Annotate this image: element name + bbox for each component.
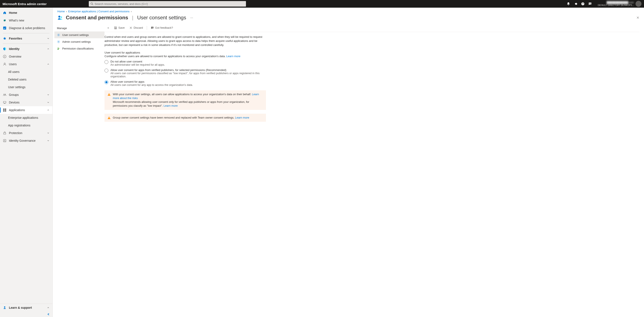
- feedback-icon[interactable]: [588, 2, 592, 6]
- top-icon-bar: ████████████.com DEFAULT DIRECTORY (BLIN…: [567, 1, 642, 7]
- consent-option-3[interactable]: Allow user consent for appsAll users can…: [104, 80, 266, 86]
- account-directory: DEFAULT DIRECTORY (BLINKOPS...: [598, 4, 634, 6]
- identity-icon: [3, 47, 6, 50]
- sidebar-item-label: Users: [9, 62, 44, 66]
- subnav-permission-class[interactable]: Permission classifications: [54, 45, 104, 52]
- breadcrumb: Home › Enterprise applications | Consent…: [53, 8, 644, 13]
- feedback-icon: [151, 26, 154, 29]
- sidebar-item-label: Home: [9, 11, 50, 14]
- warning-text: Group owner consent settings have been r…: [113, 116, 235, 119]
- sidebar-item-label: What's new: [9, 19, 50, 22]
- warning-banner-1: With your current user settings, all use…: [104, 90, 266, 110]
- blade-subnav: Manage User consent settings Admin conse…: [53, 24, 104, 317]
- more-button[interactable]: ⋯: [190, 16, 193, 19]
- sidebar-item-protection[interactable]: Protection: [0, 129, 52, 137]
- sidebar-item-favorites[interactable]: Favorites: [0, 35, 52, 42]
- option-description: All users can consent for permissions cl…: [110, 72, 266, 78]
- lock-icon: [3, 131, 6, 135]
- avatar[interactable]: [636, 1, 642, 7]
- section-description: Configure whether users are allowed to c…: [104, 54, 639, 58]
- notifications-icon[interactable]: [567, 2, 570, 6]
- help-icon[interactable]: [581, 2, 584, 6]
- collapse-subnav-button[interactable]: «: [105, 26, 111, 29]
- chevron-right-icon: ›: [66, 10, 67, 13]
- discard-icon: [129, 26, 132, 29]
- sidebar-item-identity[interactable]: Identity: [0, 45, 52, 53]
- sidebar-item-label: Learn & support: [9, 306, 44, 309]
- people-icon: [57, 47, 60, 50]
- search-input[interactable]: [95, 2, 244, 6]
- learn-more-link[interactable]: Learn more: [226, 54, 240, 58]
- global-search[interactable]: [89, 1, 246, 6]
- sidebar-item-identity-governance[interactable]: Identity Governance: [0, 137, 52, 144]
- star-icon: [3, 37, 6, 40]
- account-menu[interactable]: ████████████.com DEFAULT DIRECTORY (BLIN…: [598, 1, 642, 7]
- sidebar-item-deleted-users[interactable]: Deleted users: [0, 76, 52, 83]
- page-header: Consent and permissions | User consent s…: [53, 13, 644, 24]
- option-title: Allow user consent for apps from verifie…: [110, 68, 266, 72]
- option-title: Do not allow user consent: [110, 60, 165, 63]
- warning-text: With your current user settings, all use…: [113, 93, 252, 96]
- sidebar-item-applications[interactable]: Applications: [0, 106, 52, 114]
- learn-more-link[interactable]: Learn more: [164, 104, 178, 107]
- warning-text: Microsoft recommends allowing user conse…: [113, 100, 249, 107]
- sidebar-item-label: Diagnose & solve problems: [9, 26, 50, 30]
- radio-button[interactable]: [104, 69, 108, 72]
- feedback-button[interactable]: Got feedback?: [149, 24, 175, 32]
- sidebar-item-devices[interactable]: Devices: [0, 98, 52, 106]
- subnav-label: Admin consent settings: [62, 40, 91, 43]
- sidebar-item-label: Protection: [9, 131, 44, 135]
- warning-icon: [108, 93, 111, 96]
- sidebar-item-overview[interactable]: Overview: [0, 53, 52, 60]
- sidebar-item-groups[interactable]: Groups: [0, 91, 52, 98]
- sidebar-item-learn-support[interactable]: Learn & support: [0, 304, 52, 312]
- sidebar-item-label: Enterprise applications: [8, 116, 50, 120]
- close-icon[interactable]: [636, 16, 639, 19]
- warning-icon: [108, 116, 111, 120]
- sidebar-item-app-registrations[interactable]: App registrations: [0, 122, 52, 129]
- page-subtitle: User consent settings: [137, 15, 186, 20]
- sidebar: Home What's new Diagnose & solve problem…: [0, 8, 53, 317]
- user-icon: [3, 62, 6, 66]
- sidebar-item-label: All users: [8, 70, 50, 74]
- discard-button[interactable]: Discard: [128, 24, 145, 32]
- group-icon: [3, 93, 6, 96]
- learn-more-link[interactable]: Learn more: [235, 116, 249, 119]
- subnav-admin-consent[interactable]: Admin consent settings: [54, 38, 104, 45]
- save-button[interactable]: Save: [112, 24, 126, 32]
- diagnose-icon: [3, 26, 6, 30]
- breadcrumb-home[interactable]: Home: [57, 10, 65, 13]
- page-title: Consent and permissions: [66, 15, 128, 20]
- sidebar-item-diagnose[interactable]: Diagnose & solve problems: [0, 24, 52, 32]
- sidebar-item-label: Favorites: [9, 37, 44, 40]
- collapse-sidebar-button[interactable]: [0, 312, 52, 317]
- sidebar-item-label: Deleted users: [8, 78, 50, 81]
- sidebar-item-home[interactable]: Home: [0, 9, 52, 16]
- consent-option-2[interactable]: Allow user consent for apps from verifie…: [104, 68, 266, 78]
- section-heading: User consent for applications: [104, 51, 639, 54]
- device-icon: [3, 101, 6, 104]
- subnav-label: Permission classifications: [62, 47, 94, 50]
- settings-pane: « Save Discard Got feedback? Control whe…: [104, 24, 644, 317]
- sidebar-item-label: Devices: [9, 101, 44, 104]
- sidebar-item-user-settings[interactable]: User settings: [0, 83, 52, 91]
- chevron-up-icon: [47, 109, 50, 111]
- sidebar-item-enterprise-apps[interactable]: Enterprise applications: [0, 114, 52, 122]
- warning-banner-2: Group owner consent settings have been r…: [104, 114, 266, 122]
- option-description: An administrator will be required for al…: [110, 63, 165, 66]
- search-icon: [90, 2, 94, 5]
- subnav-user-consent[interactable]: User consent settings: [54, 32, 104, 38]
- sidebar-item-all-users[interactable]: All users: [0, 68, 52, 76]
- sidebar-item-whats-new[interactable]: What's new: [0, 16, 52, 24]
- settings-icon[interactable]: [574, 2, 577, 6]
- intro-text: Control when end users and group owners …: [104, 35, 266, 47]
- sidebar-item-label: Applications: [9, 108, 44, 112]
- chevron-down-icon: [47, 37, 50, 40]
- radio-button[interactable]: [104, 60, 108, 64]
- radio-button[interactable]: [104, 80, 108, 84]
- sidebar-item-users[interactable]: Users: [0, 60, 52, 68]
- sidebar-item-label: User settings: [8, 86, 50, 89]
- breadcrumb-enterprise-apps[interactable]: Enterprise applications | Consent and pe…: [68, 10, 130, 13]
- consent-option-1[interactable]: Do not allow user consentAn administrato…: [104, 60, 266, 66]
- subnav-header: Manage: [54, 25, 104, 32]
